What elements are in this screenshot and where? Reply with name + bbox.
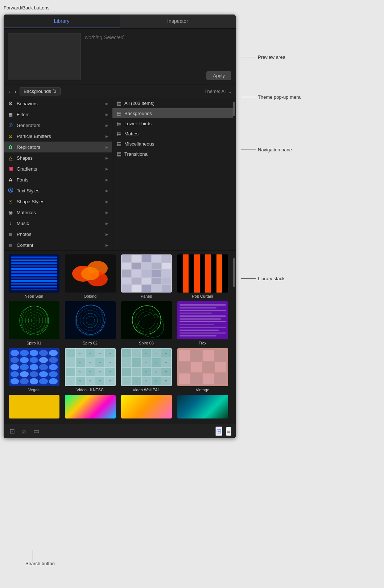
library-item-video-pal[interactable]: U U U U U U U U U U U U U (120, 348, 173, 392)
breadcrumb-bar: ‹ › Backgrounds ⇅ Theme: All ⌄ (4, 85, 236, 98)
library-thumb-vegas (9, 348, 59, 386)
nav-right-all[interactable]: ▤ All (203 items) (112, 98, 233, 108)
theme-popup[interactable]: Theme: All ⌄ (205, 89, 232, 94)
library-item-spiro-02[interactable]: Spiro 02 (63, 301, 117, 345)
nav-pane-annotation: Navigation pane (241, 147, 302, 152)
breadcrumb-text: Backgrounds (24, 89, 51, 94)
nav-right-miscellaneous[interactable]: ▤ Miscellaneous (112, 139, 233, 149)
library-item-yellow[interactable] (7, 395, 61, 420)
nav-item-gradients[interactable]: ▣ Gradients ▶ (4, 163, 112, 174)
folder-backgrounds-icon: ▤ (117, 110, 121, 116)
preview-thumbnail (8, 33, 80, 80)
library-item-vintage[interactable]: Vintage (176, 348, 229, 392)
library-item-spiro-01[interactable]: Spiro 01 (7, 301, 61, 345)
library-thumb-neon-sign (9, 254, 59, 293)
nav-item-replicators[interactable]: ✿ Replicators ▶ (4, 142, 112, 152)
library-item-trax[interactable]: Trax (176, 301, 229, 345)
preview-nothing-selected: Nothing Selected. (85, 33, 231, 40)
preview-button[interactable]: ▭ (32, 426, 41, 436)
preview-info: Nothing Selected. Apply (85, 33, 231, 80)
nav-item-materials[interactable]: ◉ Materials ▶ (4, 207, 112, 218)
folder-transitional-icon: ▤ (117, 151, 121, 157)
library-item-yellow-grad[interactable] (120, 395, 173, 420)
gradients-chevron-icon: ▶ (106, 167, 108, 171)
library-thumb-video-pal: U U U U U U U U U U U U U (121, 348, 172, 386)
svg-point-20 (138, 312, 155, 329)
forward-button[interactable]: › (13, 88, 17, 94)
library-thumb-spiro-01 (9, 301, 59, 339)
library-name-trax: Trax (199, 341, 207, 345)
nav-right-transitional[interactable]: ▤ Transitional (112, 149, 233, 159)
preview-area-annotation-label: Preview area (258, 54, 285, 60)
library-thumb-panes (121, 254, 172, 293)
nav-item-replicators-label: Replicators (17, 144, 40, 150)
nav-item-particle-emitters[interactable]: ⊙ Particle Emitters ▶ (4, 131, 112, 142)
nav-right-miscellaneous-label: Miscellaneous (124, 141, 154, 147)
library-grid-partial (7, 395, 229, 420)
svg-point-14 (78, 308, 103, 333)
nav-item-music-label: Music (17, 221, 29, 226)
library-name-vintage: Vintage (196, 388, 209, 392)
nav-item-generators[interactable]: ② Generators ▶ (4, 120, 112, 131)
preview-area: Nothing Selected. Apply (4, 29, 236, 85)
library-scrollbar-thumb[interactable] (233, 258, 235, 287)
library-item-vegas[interactable]: Vegas (7, 348, 61, 392)
nav-right-lower-thirds[interactable]: ▤ Lower Thirds (112, 118, 233, 128)
library-item-colorful[interactable] (63, 395, 117, 420)
nav-right-mattes-label: Mattes (124, 131, 139, 136)
list-view-button[interactable]: ≡ (226, 427, 231, 436)
tab-bar: Library Inspector (4, 15, 236, 29)
library-item-spiro-03[interactable]: Spiro 03 (120, 301, 173, 345)
library-item-teal-wave[interactable] (176, 395, 229, 420)
nav-item-filters[interactable]: ▦ Filters ▶ (4, 109, 112, 120)
nav-item-generators-label: Generators (17, 123, 40, 128)
library-item-pop-curtain[interactable]: Pop Curtain (176, 254, 229, 298)
nav-scrollbar[interactable] (233, 98, 236, 250)
nav-right-backgrounds[interactable]: ▤ Backgrounds (112, 108, 233, 118)
nav-right-mattes[interactable]: ▤ Mattes (112, 128, 233, 139)
grid-view-button[interactable]: ⊞ (215, 426, 222, 436)
nav-right-column: ▤ All (203 items) ▤ Backgrounds ▤ Lower … (112, 98, 233, 250)
nav-item-text-styles[interactable]: Ⓐ Text Styles ▶ (4, 185, 112, 196)
search-button[interactable]: ⌕ (21, 427, 28, 436)
svg-point-17 (86, 316, 95, 325)
breadcrumb-label[interactable]: Backgrounds ⇅ (20, 87, 61, 95)
library-name-video-ntsc: Video...ll NTSC (77, 388, 104, 392)
library-name-pop-curtain: Pop Curtain (192, 294, 213, 298)
behaviors-icon: ⚙ (7, 100, 14, 107)
folder-miscellaneous-icon: ▤ (117, 141, 121, 147)
shape-styles-icon: ⊡ (7, 198, 14, 205)
library-item-neon-sign[interactable]: Neon Sign (7, 254, 61, 298)
library-scrollbar[interactable] (233, 251, 236, 424)
library-name-spiro-01: Spiro 01 (26, 341, 41, 345)
svg-point-16 (83, 313, 98, 328)
nav-item-behaviors[interactable]: ⚙ Behaviors ▶ (4, 98, 112, 109)
library-item-oblong[interactable]: Oblong (63, 254, 117, 298)
nav-item-fonts[interactable]: A Fonts ▶ (4, 174, 112, 185)
materials-chevron-icon: ▶ (106, 211, 108, 215)
nav-item-shape-styles[interactable]: ⊡ Shape Styles ▶ (4, 196, 112, 207)
library-thumb-pop-curtain (177, 254, 228, 293)
nav-item-behaviors-label: Behaviors (17, 101, 38, 106)
nav-item-content[interactable]: ▤ Content ▶ (4, 240, 112, 250)
library-item-panes[interactable]: Panes (120, 254, 173, 298)
apply-button[interactable]: Apply (206, 71, 231, 80)
tab-library[interactable]: Library (4, 15, 120, 28)
library-thumb-colorful (65, 395, 116, 418)
nav-item-fonts-label: Fonts (17, 177, 29, 183)
library-item-video-ntsc[interactable]: U U U U U U U U U U U U U (63, 348, 117, 392)
toolbar-right: ⊞ ≡ (215, 426, 231, 436)
filters-icon: ▦ (7, 111, 14, 118)
nav-item-music[interactable]: ♪ Music ▶ (4, 218, 112, 229)
nav-scrollbar-thumb[interactable] (233, 102, 235, 116)
back-button[interactable]: ‹ (7, 88, 11, 94)
breadcrumb-sort-icon: ⇅ (53, 89, 57, 94)
nav-item-photos[interactable]: ▤ Photos ▶ (4, 229, 112, 240)
folder-button[interactable]: ⊡ (8, 426, 16, 436)
theme-popup-annotation: Theme pop-up menu (241, 94, 302, 100)
nav-item-shapes[interactable]: △ Shapes ▶ (4, 152, 112, 163)
tab-inspector[interactable]: Inspector (120, 15, 236, 28)
fonts-icon: A (7, 176, 14, 183)
materials-icon: ◉ (7, 209, 14, 216)
text-styles-icon: Ⓐ (7, 187, 14, 194)
